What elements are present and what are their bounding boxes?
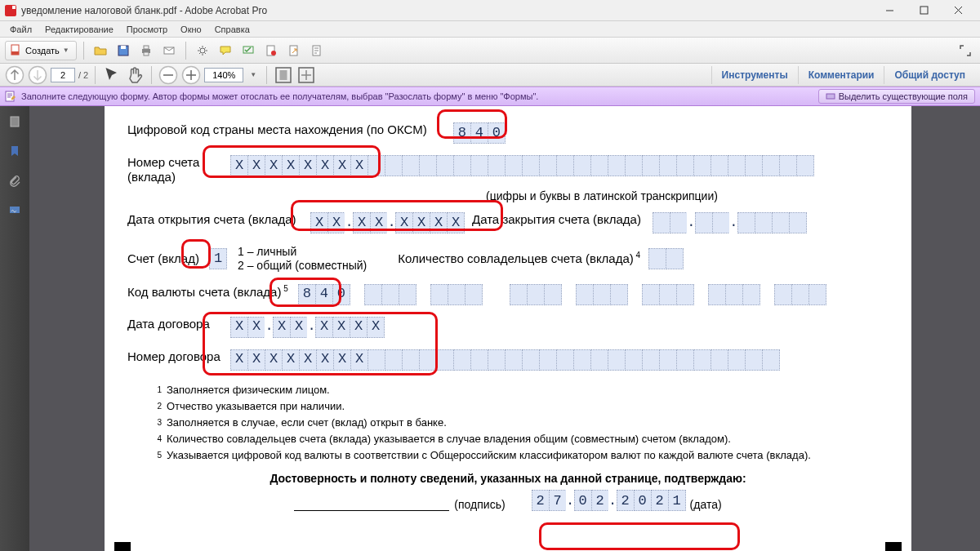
svg-rect-1: [920, 7, 928, 14]
pdf-page: Цифровой код страны места нахождения (по…: [105, 106, 911, 551]
page-number-input[interactable]: [51, 68, 75, 82]
account-number-field[interactable]: XXXXXXXX: [230, 155, 813, 176]
coowners-label: Количество совладельцев счета (вклада) 4: [398, 251, 640, 266]
currency-code-label: Код валюты счета (вклада) 5: [127, 284, 288, 300]
save-button[interactable]: [114, 41, 133, 60]
svg-rect-30: [11, 117, 19, 127]
highlight-icon: [826, 91, 835, 101]
signature-date-field[interactable]: 27.02.2021: [532, 490, 685, 511]
svg-rect-28: [6, 91, 14, 101]
window-title: уведомление налоговой бланк.pdf - Adobe …: [21, 5, 267, 16]
page-down-button[interactable]: [28, 65, 47, 85]
create-button[interactable]: Создать ▼: [5, 41, 77, 60]
select-tool-button[interactable]: [102, 65, 122, 85]
form-message-text: Заполните следующую форму. Автор формы м…: [21, 91, 538, 101]
right-panel-tabs: Инструменты Комментарии Общий доступ: [711, 66, 975, 84]
marker-right: [885, 542, 902, 551]
export-button[interactable]: [284, 41, 304, 60]
print-button[interactable]: [136, 41, 156, 60]
marker-left: [114, 542, 131, 551]
close-date-label: Дата закрытия счета (вклада): [472, 212, 641, 227]
svg-point-12: [200, 48, 205, 53]
close-date-field[interactable]: ..: [653, 212, 806, 233]
menu-edit[interactable]: Редактирование: [38, 23, 120, 36]
contract-date-field[interactable]: XX.XX.XXXX: [230, 317, 384, 338]
maximize-button[interactable]: [906, 0, 941, 21]
account-type-legend-2: 2 – общий (совместный): [238, 259, 367, 273]
svg-rect-10: [144, 52, 149, 56]
main-toolbar: Создать ▼: [0, 38, 980, 64]
contract-number-label: Номер договора: [127, 349, 230, 364]
signature-label: (подпись): [454, 498, 505, 511]
account-type-label: Счет (вклад): [127, 251, 209, 266]
open-date-label: Дата открытия счета (вклада): [127, 212, 310, 227]
hand-tool-button[interactable]: [125, 65, 145, 85]
country-code-field[interactable]: 840: [453, 122, 505, 144]
comment-button[interactable]: [216, 41, 235, 60]
tab-tools[interactable]: Инструменты: [711, 66, 798, 84]
fit-width-button[interactable]: [274, 65, 293, 85]
signature-date-label: (дата): [690, 498, 722, 511]
thumbnails-icon[interactable]: [6, 113, 24, 131]
account-type-field[interactable]: 1: [209, 248, 226, 269]
account-number-label-1: Номер счета: [127, 155, 214, 170]
document-area[interactable]: Цифровой код страны места нахождения (по…: [29, 106, 980, 551]
coowners-field[interactable]: [648, 248, 683, 269]
zoom-out-button[interactable]: [158, 65, 178, 85]
page-up-button[interactable]: [5, 65, 24, 85]
zoom-input[interactable]: [204, 68, 243, 82]
chevron-down-icon: ▼: [63, 47, 69, 54]
confirmation-text: Достоверность и полноту сведений, указан…: [127, 472, 889, 485]
zoom-dropdown-icon[interactable]: ▼: [247, 71, 260, 78]
contract-date-label: Дата договора: [127, 317, 230, 331]
bookmarks-icon[interactable]: [6, 142, 24, 160]
minimize-button[interactable]: [872, 0, 906, 21]
create-label: Создать: [25, 46, 60, 56]
menu-help[interactable]: Справка: [208, 23, 256, 36]
zoom-in-button[interactable]: [181, 65, 201, 85]
country-code-label: Цифровой код страны места нахождения (по…: [127, 122, 427, 137]
account-type-legend-1: 1 – личный: [238, 245, 367, 259]
open-button[interactable]: [91, 41, 110, 60]
contract-number-field[interactable]: XXXXXXXX: [230, 349, 779, 371]
signature-row: (подпись) 27.02.2021 (дата): [127, 490, 889, 511]
fit-page-button[interactable]: [296, 65, 316, 85]
gear-button[interactable]: [193, 41, 212, 60]
account-number-note: (цифры и буквы в латинской транскрипции): [315, 189, 889, 202]
attach-button[interactable]: [307, 41, 327, 60]
signature-line[interactable]: [294, 496, 449, 511]
form-icon: [5, 91, 16, 102]
highlight-fields-button[interactable]: Выделить существующие поля: [818, 89, 975, 104]
svg-rect-7: [121, 46, 126, 49]
form-message-bar: Заполните следующую форму. Автор формы м…: [0, 87, 980, 106]
redact-button[interactable]: [261, 41, 281, 60]
stamp-button[interactable]: [238, 41, 258, 60]
menu-view[interactable]: Просмотр: [120, 23, 174, 36]
page-total: / 2: [78, 70, 88, 80]
open-date-field[interactable]: XX.XX.XXXX: [310, 212, 464, 233]
svg-rect-26: [280, 70, 287, 80]
menu-file[interactable]: Файл: [3, 23, 38, 36]
email-button[interactable]: [159, 41, 179, 60]
title-bar: уведомление налоговой бланк.pdf - Adobe …: [0, 0, 980, 21]
menu-bar: Файл Редактирование Просмотр Окно Справк…: [0, 21, 980, 38]
highlight-sig-date: [539, 522, 740, 550]
close-button[interactable]: [941, 0, 975, 21]
currency-code-field[interactable]: 840: [298, 284, 840, 305]
highlight-fields-label: Выделить существующие поля: [839, 91, 968, 101]
tab-comments[interactable]: Комментарии: [798, 66, 884, 84]
nav-toolbar: / 2 ▼ Инструменты Комментарии Общий дост…: [0, 64, 980, 87]
sidebar: [0, 106, 29, 551]
tab-share[interactable]: Общий доступ: [884, 66, 975, 84]
footnotes: 1Заполняется физическим лицом. 2Отчество…: [147, 382, 889, 464]
svg-rect-5: [11, 51, 19, 55]
svg-rect-9: [144, 46, 149, 49]
menu-window[interactable]: Окно: [174, 23, 208, 36]
svg-point-15: [271, 51, 276, 56]
account-number-label-2: (вклада): [127, 170, 214, 184]
fullscreen-button[interactable]: [956, 41, 975, 60]
svg-rect-29: [826, 94, 835, 99]
signatures-icon[interactable]: [6, 201, 24, 219]
workspace: Цифровой код страны места нахождения (по…: [0, 106, 980, 551]
attachments-icon[interactable]: [6, 171, 24, 189]
